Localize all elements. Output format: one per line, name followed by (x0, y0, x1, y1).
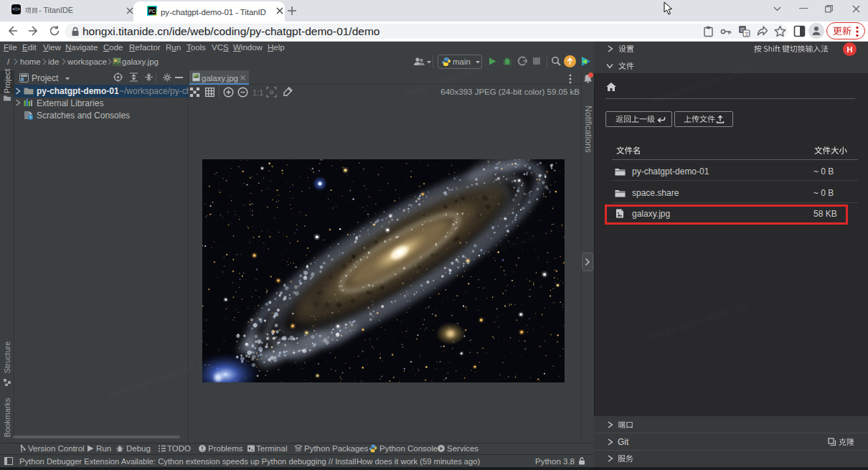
svg-text:PC: PC (149, 9, 156, 14)
svg-text:文: 文 (745, 31, 750, 37)
